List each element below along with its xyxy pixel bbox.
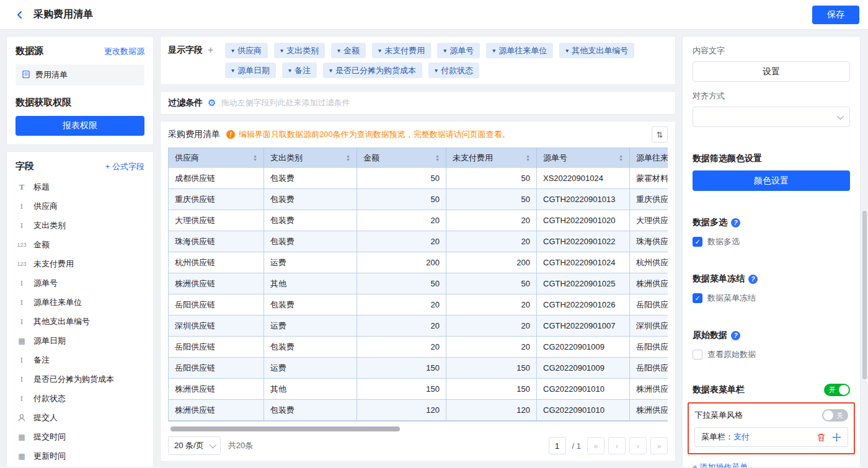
display-field-chip[interactable]: 是否已分摊为购货成本 — [323, 63, 422, 78]
cell-supplier: 岳阳供应链 — [169, 294, 264, 315]
display-field-chip[interactable]: 源单往来单位 — [486, 43, 553, 58]
cell-category: 包装费 — [264, 400, 357, 420]
field-item[interactable]: 标题 — [16, 177, 144, 196]
field-item[interactable]: 提交人 — [16, 408, 144, 427]
sort-carets-icon[interactable] — [435, 154, 440, 162]
display-field-chip[interactable]: 供应商 — [225, 43, 268, 58]
field-item[interactable]: 源单号 — [16, 273, 144, 293]
freeze-checkbox[interactable]: 数据菜单冻结 — [693, 293, 850, 304]
filter-dropzone[interactable]: 拖动左侧字段到此处来添加过滤条件 — [221, 97, 350, 108]
display-field-chip[interactable]: 付款状态 — [428, 63, 479, 78]
datasource-item[interactable]: 费用清单 — [16, 64, 144, 86]
display-field-chip[interactable]: 支出类别 — [274, 43, 325, 58]
sort-carets-icon[interactable] — [346, 154, 350, 162]
warning-icon — [226, 130, 235, 139]
field-item[interactable]: 付款状态 — [16, 389, 144, 408]
delete-icon[interactable] — [817, 433, 826, 442]
change-datasource-link[interactable]: 更改数据源 — [104, 46, 144, 57]
raw-data-checkbox[interactable]: 查看原始数据 — [693, 349, 850, 360]
main-column: 显示字段 + 供应商 支出类别 金额 未支付费用 源单号 — [160, 36, 676, 462]
menu-item-value[interactable]: 支付 — [733, 431, 750, 443]
prev-page-button[interactable] — [608, 437, 626, 454]
column-header[interactable]: 供应商 — [169, 148, 264, 168]
display-field-chip[interactable]: 金额 — [331, 43, 366, 58]
column-label: 供应商 — [175, 152, 199, 164]
multi-select-checkbox[interactable]: 数据多选 — [693, 236, 850, 247]
sort-carets-icon[interactable] — [253, 154, 257, 162]
text-icon — [16, 278, 28, 288]
chip-label: 源单号 — [450, 45, 474, 56]
dropdown-style-toggle-off[interactable]: 关 — [822, 409, 848, 422]
current-page[interactable]: 1 — [549, 437, 566, 454]
gear-icon[interactable] — [208, 97, 216, 108]
column-header[interactable]: 源单往来单位 — [630, 148, 668, 168]
table-sort-button[interactable] — [652, 126, 668, 143]
field-item[interactable]: 备注 — [16, 350, 144, 369]
help-icon[interactable] — [748, 275, 758, 284]
checkbox-label: 数据多选 — [707, 236, 740, 247]
field-item[interactable]: 金额 — [16, 235, 144, 254]
display-field-chip[interactable]: 其他支出单编号 — [559, 43, 634, 58]
chip-label: 支出类别 — [286, 45, 319, 56]
field-item[interactable]: 提交时间 — [16, 427, 144, 446]
field-item[interactable]: 源单日期 — [16, 331, 144, 350]
content-text-settings-button[interactable]: 设置 — [693, 61, 850, 82]
menubar-toggle-on[interactable]: 开 — [824, 384, 850, 396]
add-formula-field-link[interactable]: + 公式字段 — [105, 161, 144, 172]
horizontal-scrollbar-thumb[interactable] — [170, 426, 400, 431]
save-button[interactable]: 保存 — [812, 6, 859, 24]
sort-carets-icon[interactable] — [526, 154, 530, 162]
sort-carets-icon[interactable] — [619, 154, 623, 162]
cell-unpaid: 20 — [446, 337, 537, 357]
field-item[interactable]: 其他支出单编号 — [16, 312, 144, 331]
display-field-chip[interactable]: 未支付费用 — [372, 43, 431, 58]
back-icon[interactable] — [14, 9, 26, 21]
cell-partner: 岳阳供应链 — [630, 337, 668, 357]
cell-source-no: CG20220901010 — [537, 379, 630, 399]
move-icon[interactable] — [832, 433, 841, 442]
cell-unpaid: 50 — [446, 189, 537, 210]
field-item[interactable]: 是否已分摊为购货成本 — [16, 369, 144, 389]
page-size-select[interactable]: 20 条/页 — [168, 436, 221, 455]
display-field-chip[interactable]: 源单号 — [437, 43, 480, 58]
field-item[interactable]: 未支付费用 — [16, 254, 144, 273]
help-icon[interactable] — [731, 331, 740, 340]
column-header[interactable]: 源单号 — [537, 148, 630, 168]
cell-supplier: 珠海供应链 — [169, 231, 264, 252]
horizontal-scrollbar[interactable] — [168, 426, 668, 431]
last-page-button[interactable] — [650, 437, 668, 454]
cell-partner: 深圳供应链 — [630, 316, 668, 336]
field-label: 源单号 — [33, 278, 58, 289]
add-menu-link[interactable]: + 添加操作菜单 — [693, 462, 748, 468]
align-select[interactable] — [693, 107, 850, 127]
chip-label: 备注 — [294, 65, 311, 76]
column-header[interactable]: 未支付费用 — [446, 148, 537, 168]
cell-unpaid: 20 — [446, 294, 537, 315]
display-field-chip[interactable]: 源单日期 — [225, 63, 276, 78]
report-permission-button[interactable]: 报表权限 — [16, 116, 144, 136]
column-header[interactable]: 支出类别 — [264, 148, 357, 168]
cell-partner: 株洲供应链 — [630, 273, 668, 294]
cell-supplier: 大理供应链 — [169, 210, 264, 231]
cell-partner: 蒙霍材料 — [630, 168, 668, 188]
data-table: 供应商 支出类别 金额 — [168, 148, 668, 422]
color-settings-button[interactable]: 颜色设置 — [693, 170, 850, 191]
chevron-down-icon — [837, 112, 844, 119]
field-item[interactable]: 支出类别 — [16, 216, 144, 235]
chevron-down-icon — [209, 441, 216, 448]
field-label: 付款状态 — [33, 393, 66, 404]
add-display-field-button[interactable]: + — [208, 45, 213, 55]
menu-item-label: 菜单栏： — [701, 431, 733, 443]
text-icon — [16, 201, 28, 211]
page-of-total: / 1 — [572, 441, 581, 451]
help-icon[interactable] — [731, 218, 740, 227]
vertical-scrollbar[interactable] — [862, 211, 867, 379]
first-page-button[interactable] — [587, 437, 604, 454]
next-page-button[interactable] — [629, 437, 647, 454]
field-item[interactable]: 更新时间 — [16, 446, 144, 466]
field-item[interactable]: 供应商 — [16, 196, 144, 216]
display-field-chip[interactable]: 备注 — [282, 63, 317, 78]
column-header[interactable]: 金额 — [357, 148, 446, 168]
field-item[interactable]: 源单往来单位 — [16, 293, 144, 312]
chip-label: 源单日期 — [237, 65, 270, 76]
